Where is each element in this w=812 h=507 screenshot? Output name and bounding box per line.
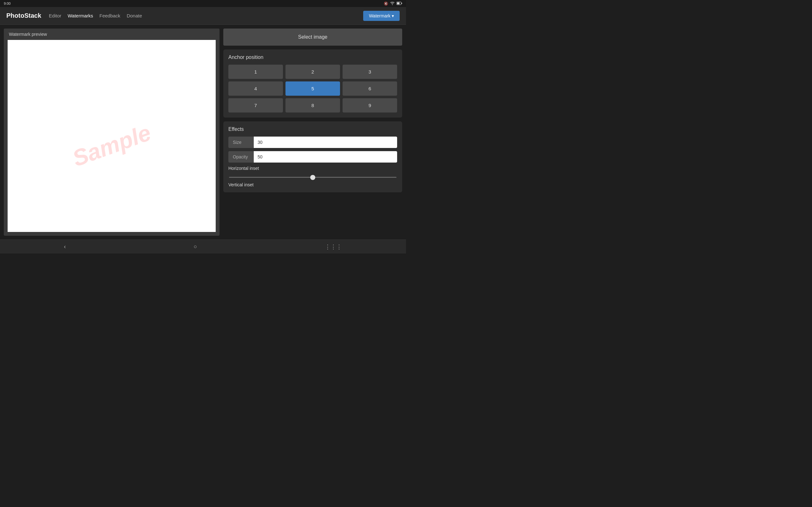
preview-header: Watermark preview [4, 29, 219, 40]
status-time: 9:00 [4, 2, 10, 5]
anchor-grid: 1 2 3 4 5 6 7 8 9 [229, 65, 397, 112]
opacity-label: Opacity [229, 151, 254, 163]
preview-title: Watermark preview [9, 32, 47, 37]
size-input[interactable] [254, 136, 397, 148]
anchor-btn-3[interactable]: 3 [343, 65, 397, 79]
bottom-nav: ‹ ○ ⋮⋮⋮ [0, 239, 406, 253]
nav-donate[interactable]: Donate [126, 13, 142, 18]
anchor-btn-9[interactable]: 9 [343, 98, 397, 112]
vertical-inset-title: Vertical inset [229, 182, 397, 187]
status-bar: 9:00 🔇 [0, 0, 406, 7]
effects-card: Effects Size Opacity Horizontal inset Ve… [223, 121, 402, 192]
horizontal-inset-slider-container [229, 173, 397, 179]
nav-editor[interactable]: Editor [49, 13, 61, 18]
home-button[interactable]: ○ [188, 241, 204, 252]
mute-icon: 🔇 [384, 2, 388, 6]
svg-rect-2 [397, 2, 400, 4]
size-row: Size [229, 136, 397, 148]
effects-title: Effects [229, 126, 397, 132]
anchor-btn-1[interactable]: 1 [229, 65, 283, 79]
anchor-position-title: Anchor position [229, 55, 397, 60]
wifi-icon [390, 2, 395, 6]
horizontal-inset-slider[interactable] [229, 177, 397, 178]
anchor-btn-7[interactable]: 7 [229, 98, 283, 112]
main-content: Watermark preview Sample Select image An… [0, 25, 406, 239]
anchor-btn-6[interactable]: 6 [343, 81, 397, 96]
navbar-right: Watermark ▾ [363, 11, 400, 21]
anchor-btn-8[interactable]: 8 [286, 98, 340, 112]
nav-links: Editor Watermarks Feedback Donate [49, 13, 363, 18]
anchor-position-card: Anchor position 1 2 3 4 5 6 7 8 9 [223, 49, 402, 118]
battery-icon [397, 2, 402, 6]
horizontal-inset-title: Horizontal inset [229, 166, 397, 171]
nav-watermarks[interactable]: Watermarks [67, 13, 93, 18]
size-label: Size [229, 136, 254, 148]
opacity-row: Opacity [229, 151, 397, 163]
opacity-input[interactable] [254, 151, 397, 163]
anchor-btn-4[interactable]: 4 [229, 81, 283, 96]
svg-rect-1 [402, 3, 402, 4]
status-icons: 🔇 [384, 2, 402, 6]
select-image-button[interactable]: Select image [223, 29, 402, 46]
preview-canvas: Sample [8, 40, 216, 232]
back-button[interactable]: ‹ [58, 241, 72, 252]
watermark-dropdown-button[interactable]: Watermark ▾ [363, 11, 400, 21]
anchor-btn-2[interactable]: 2 [286, 65, 340, 79]
nav-feedback[interactable]: Feedback [100, 13, 120, 18]
watermark-sample-text: Sample [69, 119, 154, 172]
navbar: PhotoStack Editor Watermarks Feedback Do… [0, 7, 406, 25]
preview-panel: Watermark preview Sample [4, 29, 219, 236]
brand-logo[interactable]: PhotoStack [6, 12, 41, 19]
menu-button[interactable]: ⋮⋮⋮ [318, 241, 348, 253]
anchor-btn-5[interactable]: 5 [286, 81, 340, 96]
controls-panel: Select image Anchor position 1 2 3 4 5 6… [223, 29, 402, 236]
